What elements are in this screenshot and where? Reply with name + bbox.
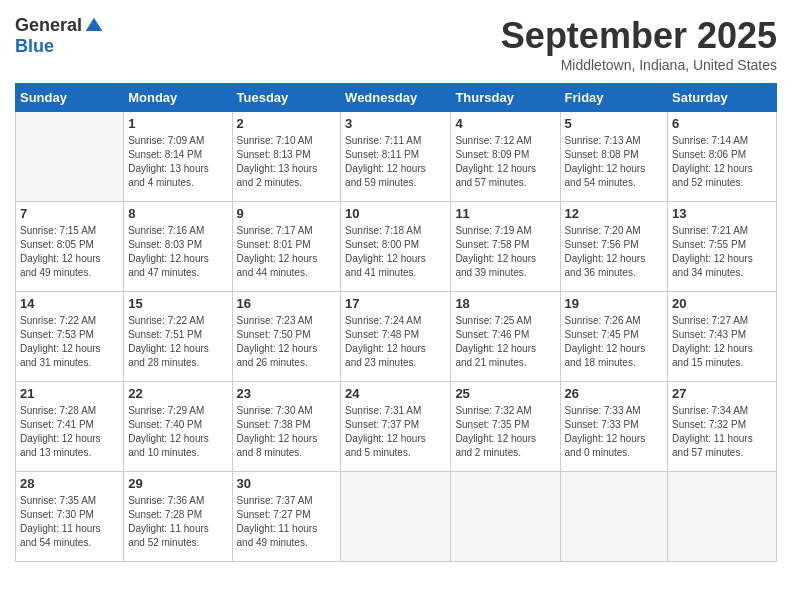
calendar-cell: 30Sunrise: 7:37 AM Sunset: 7:27 PM Dayli… bbox=[232, 472, 341, 562]
calendar-cell bbox=[16, 112, 124, 202]
day-info: Sunrise: 7:18 AM Sunset: 8:00 PM Dayligh… bbox=[345, 224, 446, 280]
calendar-table: SundayMondayTuesdayWednesdayThursdayFrid… bbox=[15, 83, 777, 562]
day-number: 27 bbox=[672, 386, 772, 401]
day-number: 3 bbox=[345, 116, 446, 131]
day-number: 7 bbox=[20, 206, 119, 221]
svg-marker-0 bbox=[86, 17, 103, 30]
day-number: 10 bbox=[345, 206, 446, 221]
day-number: 29 bbox=[128, 476, 227, 491]
calendar-cell: 29Sunrise: 7:36 AM Sunset: 7:28 PM Dayli… bbox=[124, 472, 232, 562]
day-info: Sunrise: 7:35 AM Sunset: 7:30 PM Dayligh… bbox=[20, 494, 119, 550]
day-number: 15 bbox=[128, 296, 227, 311]
day-number: 6 bbox=[672, 116, 772, 131]
day-info: Sunrise: 7:33 AM Sunset: 7:33 PM Dayligh… bbox=[565, 404, 664, 460]
logo-general-text: General bbox=[15, 15, 82, 36]
calendar-cell: 11Sunrise: 7:19 AM Sunset: 7:58 PM Dayli… bbox=[451, 202, 560, 292]
day-info: Sunrise: 7:14 AM Sunset: 8:06 PM Dayligh… bbox=[672, 134, 772, 190]
day-info: Sunrise: 7:29 AM Sunset: 7:40 PM Dayligh… bbox=[128, 404, 227, 460]
day-info: Sunrise: 7:36 AM Sunset: 7:28 PM Dayligh… bbox=[128, 494, 227, 550]
calendar-cell: 19Sunrise: 7:26 AM Sunset: 7:45 PM Dayli… bbox=[560, 292, 668, 382]
calendar-cell bbox=[341, 472, 451, 562]
page-header: General Blue September 2025 Middletown, … bbox=[15, 15, 777, 73]
day-number: 19 bbox=[565, 296, 664, 311]
calendar-cell: 13Sunrise: 7:21 AM Sunset: 7:55 PM Dayli… bbox=[668, 202, 777, 292]
logo: General Blue bbox=[15, 15, 104, 57]
day-number: 1 bbox=[128, 116, 227, 131]
day-number: 24 bbox=[345, 386, 446, 401]
day-of-week-header: Sunday bbox=[16, 84, 124, 112]
day-number: 12 bbox=[565, 206, 664, 221]
day-number: 23 bbox=[237, 386, 337, 401]
day-info: Sunrise: 7:09 AM Sunset: 8:14 PM Dayligh… bbox=[128, 134, 227, 190]
calendar-cell: 10Sunrise: 7:18 AM Sunset: 8:00 PM Dayli… bbox=[341, 202, 451, 292]
day-number: 14 bbox=[20, 296, 119, 311]
calendar-cell: 28Sunrise: 7:35 AM Sunset: 7:30 PM Dayli… bbox=[16, 472, 124, 562]
calendar-body: 1Sunrise: 7:09 AM Sunset: 8:14 PM Daylig… bbox=[16, 112, 777, 562]
day-info: Sunrise: 7:13 AM Sunset: 8:08 PM Dayligh… bbox=[565, 134, 664, 190]
calendar-cell: 7Sunrise: 7:15 AM Sunset: 8:05 PM Daylig… bbox=[16, 202, 124, 292]
day-number: 11 bbox=[455, 206, 555, 221]
title-section: September 2025 Middletown, Indiana, Unit… bbox=[501, 15, 777, 73]
day-number: 20 bbox=[672, 296, 772, 311]
calendar-cell: 2Sunrise: 7:10 AM Sunset: 8:13 PM Daylig… bbox=[232, 112, 341, 202]
day-of-week-header: Saturday bbox=[668, 84, 777, 112]
day-number: 8 bbox=[128, 206, 227, 221]
calendar-cell: 17Sunrise: 7:24 AM Sunset: 7:48 PM Dayli… bbox=[341, 292, 451, 382]
calendar-week-row: 14Sunrise: 7:22 AM Sunset: 7:53 PM Dayli… bbox=[16, 292, 777, 382]
day-info: Sunrise: 7:31 AM Sunset: 7:37 PM Dayligh… bbox=[345, 404, 446, 460]
day-number: 26 bbox=[565, 386, 664, 401]
day-info: Sunrise: 7:37 AM Sunset: 7:27 PM Dayligh… bbox=[237, 494, 337, 550]
day-of-week-header: Monday bbox=[124, 84, 232, 112]
day-info: Sunrise: 7:30 AM Sunset: 7:38 PM Dayligh… bbox=[237, 404, 337, 460]
calendar-cell: 12Sunrise: 7:20 AM Sunset: 7:56 PM Dayli… bbox=[560, 202, 668, 292]
location-text: Middletown, Indiana, United States bbox=[501, 57, 777, 73]
logo-icon bbox=[84, 16, 104, 36]
day-info: Sunrise: 7:22 AM Sunset: 7:51 PM Dayligh… bbox=[128, 314, 227, 370]
day-info: Sunrise: 7:25 AM Sunset: 7:46 PM Dayligh… bbox=[455, 314, 555, 370]
day-number: 18 bbox=[455, 296, 555, 311]
calendar-cell: 8Sunrise: 7:16 AM Sunset: 8:03 PM Daylig… bbox=[124, 202, 232, 292]
calendar-cell bbox=[560, 472, 668, 562]
day-number: 21 bbox=[20, 386, 119, 401]
logo-blue-text: Blue bbox=[15, 36, 54, 57]
calendar-header: SundayMondayTuesdayWednesdayThursdayFrid… bbox=[16, 84, 777, 112]
day-info: Sunrise: 7:11 AM Sunset: 8:11 PM Dayligh… bbox=[345, 134, 446, 190]
day-info: Sunrise: 7:22 AM Sunset: 7:53 PM Dayligh… bbox=[20, 314, 119, 370]
day-number: 30 bbox=[237, 476, 337, 491]
day-info: Sunrise: 7:15 AM Sunset: 8:05 PM Dayligh… bbox=[20, 224, 119, 280]
day-number: 22 bbox=[128, 386, 227, 401]
day-info: Sunrise: 7:12 AM Sunset: 8:09 PM Dayligh… bbox=[455, 134, 555, 190]
header-row: SundayMondayTuesdayWednesdayThursdayFrid… bbox=[16, 84, 777, 112]
day-info: Sunrise: 7:20 AM Sunset: 7:56 PM Dayligh… bbox=[565, 224, 664, 280]
day-info: Sunrise: 7:17 AM Sunset: 8:01 PM Dayligh… bbox=[237, 224, 337, 280]
calendar-cell: 20Sunrise: 7:27 AM Sunset: 7:43 PM Dayli… bbox=[668, 292, 777, 382]
calendar-cell: 27Sunrise: 7:34 AM Sunset: 7:32 PM Dayli… bbox=[668, 382, 777, 472]
day-number: 25 bbox=[455, 386, 555, 401]
day-number: 16 bbox=[237, 296, 337, 311]
calendar-cell: 15Sunrise: 7:22 AM Sunset: 7:51 PM Dayli… bbox=[124, 292, 232, 382]
day-number: 28 bbox=[20, 476, 119, 491]
day-of-week-header: Thursday bbox=[451, 84, 560, 112]
day-number: 9 bbox=[237, 206, 337, 221]
calendar-cell bbox=[451, 472, 560, 562]
day-number: 17 bbox=[345, 296, 446, 311]
day-info: Sunrise: 7:21 AM Sunset: 7:55 PM Dayligh… bbox=[672, 224, 772, 280]
calendar-cell: 16Sunrise: 7:23 AM Sunset: 7:50 PM Dayli… bbox=[232, 292, 341, 382]
calendar-cell: 25Sunrise: 7:32 AM Sunset: 7:35 PM Dayli… bbox=[451, 382, 560, 472]
calendar-cell: 4Sunrise: 7:12 AM Sunset: 8:09 PM Daylig… bbox=[451, 112, 560, 202]
day-number: 13 bbox=[672, 206, 772, 221]
day-of-week-header: Friday bbox=[560, 84, 668, 112]
day-info: Sunrise: 7:16 AM Sunset: 8:03 PM Dayligh… bbox=[128, 224, 227, 280]
month-title: September 2025 bbox=[501, 15, 777, 57]
calendar-cell: 1Sunrise: 7:09 AM Sunset: 8:14 PM Daylig… bbox=[124, 112, 232, 202]
day-info: Sunrise: 7:32 AM Sunset: 7:35 PM Dayligh… bbox=[455, 404, 555, 460]
day-info: Sunrise: 7:19 AM Sunset: 7:58 PM Dayligh… bbox=[455, 224, 555, 280]
day-info: Sunrise: 7:24 AM Sunset: 7:48 PM Dayligh… bbox=[345, 314, 446, 370]
day-info: Sunrise: 7:27 AM Sunset: 7:43 PM Dayligh… bbox=[672, 314, 772, 370]
calendar-cell: 24Sunrise: 7:31 AM Sunset: 7:37 PM Dayli… bbox=[341, 382, 451, 472]
day-info: Sunrise: 7:26 AM Sunset: 7:45 PM Dayligh… bbox=[565, 314, 664, 370]
calendar-cell: 9Sunrise: 7:17 AM Sunset: 8:01 PM Daylig… bbox=[232, 202, 341, 292]
calendar-cell: 5Sunrise: 7:13 AM Sunset: 8:08 PM Daylig… bbox=[560, 112, 668, 202]
calendar-cell: 23Sunrise: 7:30 AM Sunset: 7:38 PM Dayli… bbox=[232, 382, 341, 472]
calendar-cell: 18Sunrise: 7:25 AM Sunset: 7:46 PM Dayli… bbox=[451, 292, 560, 382]
